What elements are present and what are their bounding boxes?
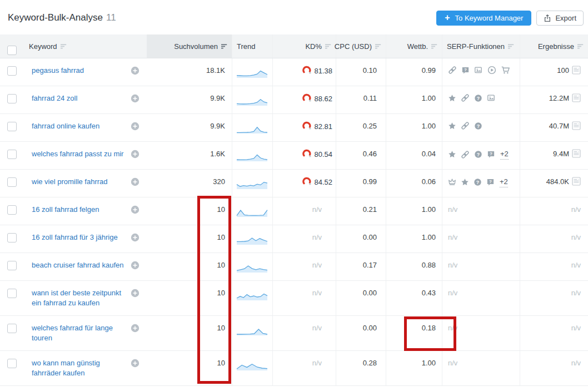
column-header-cpc[interactable]: CPC (USD) [336, 34, 386, 58]
column-label-cpc: CPC (USD) [335, 42, 372, 51]
row-checkbox[interactable] [7, 122, 17, 131]
competition-cell: 0.18 [386, 316, 442, 350]
competition-cell: 0.06 [386, 170, 442, 197]
row-checkbox[interactable] [7, 205, 17, 215]
row-checkbox[interactable] [7, 150, 17, 159]
table-row: wann ist der beste zeitpunkt ein fahrrad… [0, 281, 588, 316]
svg-text:?: ? [490, 151, 492, 156]
add-keyword-icon[interactable] [131, 177, 139, 186]
column-header-kd[interactable]: KD% [272, 34, 336, 58]
row-checkbox[interactable] [7, 359, 17, 368]
add-keyword-icon[interactable] [131, 66, 139, 75]
toolbar-actions: + To Keyword Manager Export [436, 11, 584, 26]
row-checkbox[interactable] [7, 324, 17, 333]
keyword-link[interactable]: wo kann man günstig fahrräder kaufen [32, 358, 127, 378]
serp-features-cell: n/v [442, 316, 520, 350]
serp-link-icon [448, 66, 457, 75]
column-header-comp[interactable]: Wettb. [386, 34, 442, 58]
table-row: 16 zoll fahrrad für 3 jährige10n/v0.001.… [0, 225, 588, 253]
serp-star-icon [461, 178, 469, 186]
serp-features-cell: ? [442, 114, 520, 141]
export-label: Export [555, 14, 576, 22]
select-all-checkbox-cell [0, 34, 24, 58]
serp-question-bubble-icon: ? [487, 150, 495, 159]
add-keyword-icon[interactable] [131, 324, 139, 333]
search-volume-cell: 10 [147, 197, 232, 225]
serp-features-cell: n/v [442, 351, 520, 385]
cpc-cell: 0.99 [336, 170, 386, 197]
keyword-link[interactable]: wie viel promille fahrrad [32, 177, 108, 187]
table-row: welches fahrrad für lange touren10n/v0.0… [0, 316, 588, 351]
keyword-link[interactable]: fahrrad online kaufen [32, 121, 99, 131]
row-checkbox[interactable] [7, 94, 17, 103]
add-keyword-icon[interactable] [131, 205, 139, 214]
keyword-cell: wann ist der beste zeitpunkt ein fahrrad… [24, 281, 147, 315]
table-row: welches fahrrad passt zu mir1.6K80.540.4… [0, 142, 588, 170]
serp-question-circle-icon: ? [474, 122, 482, 130]
keyword-link[interactable]: fahrrad 24 zoll [32, 93, 77, 103]
row-checkbox[interactable] [7, 66, 17, 76]
trend-sparkline [232, 225, 272, 253]
competition-cell: 1.00 [386, 225, 442, 253]
kd-gauge-icon [302, 67, 314, 75]
column-header-trend: Trend [232, 34, 272, 58]
keyword-cell: fahrrad 24 zoll [24, 86, 147, 113]
row-checkbox[interactable] [7, 289, 17, 298]
trend-sparkline [232, 170, 272, 197]
add-keyword-icon[interactable] [131, 261, 139, 270]
table-row: pegasus fahrrad18.1K81.380.100.99?100 [0, 58, 588, 86]
svg-text:?: ? [476, 180, 479, 185]
to-keyword-manager-button[interactable]: + To Keyword Manager [436, 11, 531, 26]
column-header-volume[interactable]: Suchvolumen [147, 34, 232, 58]
keyword-link[interactable]: 16 zoll fahrrad für 3 jährige [32, 232, 118, 242]
keyword-cell: beach cruiser fahrrad kaufen [24, 253, 147, 280]
add-keyword-icon[interactable] [131, 233, 139, 242]
serp-more-link[interactable]: +2 [500, 177, 508, 187]
serp-link-icon [461, 93, 470, 102]
trend-sparkline [232, 86, 272, 113]
row-checkbox-cell [0, 86, 24, 113]
serp-question-bubble-icon: ? [461, 66, 470, 75]
keyword-count: 11 [106, 12, 116, 23]
serp-features-cell: n/v [442, 225, 520, 253]
serp-features-cell: n/v [442, 253, 520, 280]
row-checkbox[interactable] [7, 233, 17, 242]
trend-sparkline [232, 58, 272, 86]
column-header-keyword[interactable]: Keyword [24, 34, 147, 58]
keyword-cell: welches fahrrad für lange touren [24, 316, 147, 350]
cpc-cell: 0.00 [336, 316, 386, 350]
row-checkbox-cell [0, 170, 24, 197]
plus-icon: + [445, 13, 450, 22]
add-keyword-icon[interactable] [131, 122, 139, 131]
row-checkbox[interactable] [7, 177, 17, 187]
keyword-link[interactable]: welches fahrrad passt zu mir [32, 149, 123, 159]
serp-more-link[interactable]: +2 [500, 149, 509, 160]
row-checkbox-cell [0, 281, 24, 315]
keyword-link[interactable]: welches fahrrad für lange touren [32, 323, 127, 343]
not-available-value: n/v [571, 261, 581, 269]
add-keyword-icon[interactable] [131, 359, 139, 368]
keyword-link[interactable]: 16 zoll fahrrad felgen [32, 205, 99, 215]
row-checkbox-cell [0, 197, 24, 225]
cpc-cell: 0.21 [336, 197, 386, 225]
add-keyword-icon[interactable] [131, 94, 139, 103]
keyword-cell: wo kann man günstig fahrräder kaufen [24, 351, 147, 385]
select-all-checkbox[interactable] [7, 46, 17, 55]
keyword-link[interactable]: wann ist der beste zeitpunkt ein fahrrad… [32, 288, 127, 308]
add-keyword-icon[interactable] [131, 289, 139, 298]
not-available-value: n/v [448, 289, 457, 297]
column-label-results: Ergebnisse [538, 42, 574, 51]
keyword-link[interactable]: beach cruiser fahrrad kaufen [32, 260, 123, 270]
svg-text:?: ? [477, 152, 480, 157]
cpc-cell: 0.28 [336, 351, 386, 385]
add-keyword-icon[interactable] [131, 150, 139, 159]
keyword-cell: 16 zoll fahrrad felgen [24, 197, 147, 225]
keyword-link[interactable]: pegasus fahrrad [32, 66, 84, 76]
results-cell: 484.0K [520, 170, 588, 197]
row-checkbox[interactable] [7, 261, 17, 270]
column-header-results[interactable]: Ergebnisse [520, 34, 588, 58]
column-header-serp[interactable]: SERP-Funktionen [442, 34, 520, 58]
export-button[interactable]: Export [536, 11, 584, 26]
keyword-cell: 16 zoll fahrrad für 3 jährige [24, 225, 147, 253]
results-cell: 100 [520, 58, 588, 86]
